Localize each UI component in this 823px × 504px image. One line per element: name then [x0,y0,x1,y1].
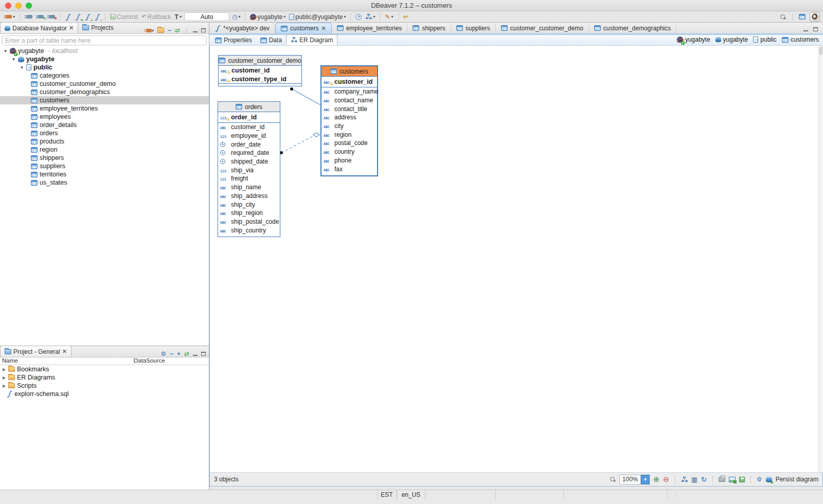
er-diagram-canvas[interactable]: customer_customer_demo customer_id custo… [209,46,823,472]
breadcrumb-connection[interactable]: yugabyte [677,36,710,43]
column-ship-address[interactable]: ship_address [218,192,280,201]
maximize-editor-button[interactable] [813,27,818,31]
entity-header[interactable]: customers [321,66,377,77]
relationship-line-solid[interactable] [292,89,320,105]
tab-customer-demographics[interactable]: customer_demographics [589,23,676,33]
column-required-date[interactable]: required_date [218,149,280,157]
tree-item-schema-public[interactable]: ▼public [0,63,209,71]
column-contact-title[interactable]: contact_title [321,104,377,113]
column-order-date[interactable]: order_date [218,140,280,149]
minimize-panel-button[interactable] [193,28,198,32]
tree-item-customer-demographics[interactable]: customer_demographics [0,88,209,96]
column-customer-id[interactable]: customer_id [219,66,301,75]
reconnect-button[interactable]: ⟲ [35,14,45,19]
column-city[interactable]: city [321,122,377,131]
tree-item-employee-territories[interactable]: employee_territories [0,104,209,113]
tree-item-suppliers[interactable]: suppliers [0,162,209,170]
sql-console-button[interactable]: ○ [93,13,101,21]
close-icon[interactable]: ✕ [321,26,326,31]
open-perspective-button[interactable] [798,13,807,20]
subtab-er-diagram[interactable]: ER Diagram [286,34,337,45]
column-shipped-date[interactable]: shipped_date [218,157,280,166]
column-company-name[interactable]: company_name [321,87,377,96]
dbeaver-logo-button[interactable] [810,12,820,22]
print-diagram-button[interactable] [719,477,725,482]
tab-database-navigator[interactable]: Database Navigator ✕ [0,22,78,33]
toggle-grid-button[interactable] [691,476,697,483]
transaction-log-button[interactable]: ▾ [231,13,242,21]
column-country[interactable]: country [321,148,377,156]
column-order-id[interactable]: order_id [218,112,280,123]
tree-item-us-states[interactable]: us_states [0,178,209,187]
project-item-bookmarks[interactable]: ▶Bookmarks [0,365,209,373]
tab-suppliers[interactable]: suppliers [451,23,496,33]
project-item-explorr-schema-sql[interactable]: explorr-schema.sql [0,390,209,398]
column-contact-name[interactable]: contact_name [321,96,377,105]
entity-header[interactable]: orders [218,102,280,112]
save-diagram-button[interactable] [739,477,745,482]
disconnect-button[interactable]: ✕ [46,14,56,19]
column-ship-name[interactable]: ship_name [218,183,280,192]
column-customer-type-id[interactable]: customer_type_id [219,75,301,83]
tree-item-orders[interactable]: orders [0,129,209,137]
maximize-panel-button[interactable] [201,352,206,356]
expand-button[interactable]: + [177,351,181,357]
refresh-diagram-button[interactable] [701,476,707,483]
tree-item-database-yugabyte[interactable]: ▼yugabyte [0,55,209,63]
tree-item-region[interactable]: region [0,146,209,154]
tab-yugabyte-dev[interactable]: *<yugabyte> dev [209,23,275,33]
minimize-panel-button[interactable] [193,352,198,356]
connect-button[interactable] [24,14,33,19]
commit-button[interactable]: Commit [109,13,139,21]
collapsed-arrow-icon[interactable]: ▶ [2,367,6,372]
minimize-window-button[interactable] [15,3,22,9]
compare-button[interactable]: ✎▾ [384,13,394,21]
tab-employee-territories[interactable]: employee_territories [332,23,408,33]
column-phone[interactable]: phone [321,156,377,165]
column-header-name[interactable]: Name [0,357,134,365]
view-menu-button[interactable]: ⋮ [184,28,189,33]
tree-item-customers[interactable]: customers [0,96,209,104]
breadcrumb-database[interactable]: yugabyte [715,36,748,43]
entity-header[interactable]: customer_customer_demo [219,56,301,66]
column-region[interactable]: region [321,130,377,139]
entity-customer-customer-demo[interactable]: customer_customer_demo customer_id custo… [218,55,302,86]
tab-shippers[interactable]: shippers [407,23,451,33]
collapse-button[interactable]: − [170,351,173,357]
connection-selector[interactable]: yugabyte▾ [249,13,287,21]
tree-item-order-details[interactable]: order_details [0,121,209,129]
column-header-datasource[interactable]: DataSource [134,357,165,365]
project-item-scripts[interactable]: ▶Scripts [0,382,209,390]
expand-arrow-icon[interactable]: ▼ [3,49,8,53]
link-with-editor-button[interactable]: ⇄ [175,27,180,33]
tree-item-products[interactable]: products [0,137,209,146]
collapsed-arrow-icon[interactable]: ▶ [2,384,6,388]
zoom-window-button[interactable] [26,3,32,9]
column-address[interactable]: address [321,113,377,122]
table-filter-input[interactable] [5,37,204,44]
breadcrumb-table[interactable]: customers [782,36,819,43]
zoom-out-button[interactable] [663,476,669,483]
tab-customer-customer-demo[interactable]: customer_customer_demo [496,23,589,33]
collapsed-arrow-icon[interactable]: ▶ [2,375,6,380]
diagram-settings-button[interactable] [757,476,762,482]
zoom-combo[interactable]: 100% ▼ [619,475,650,484]
sql-editor-button[interactable] [64,13,72,21]
export-image-button[interactable] [729,477,736,482]
column-customer-id[interactable]: customer_id [218,123,280,132]
search-diagram-button[interactable] [610,476,616,482]
schema-selector[interactable]: public@yugabyte▾ [288,13,347,21]
relationship-line-dashed[interactable] [281,136,314,153]
diagram-button[interactable]: ▾ [364,13,376,20]
entity-orders[interactable]: orders order_id customer_id employee_id … [218,101,280,237]
tab-projects[interactable]: Projects [78,22,117,33]
persist-diagram-label[interactable]: Persist diagram [776,476,818,483]
column-freight[interactable]: freight [218,174,280,183]
subtab-properties[interactable]: Properties [211,35,256,45]
back-button[interactable]: ↩ [402,12,410,21]
column-postal-code[interactable]: postal_code [321,139,377,148]
column-ship-city[interactable]: ship_city [218,200,280,209]
tree-item-connection-yugabyte[interactable]: ▼yugabyte- localhost [0,47,209,55]
new-folder-button[interactable] [157,28,164,33]
entity-customers[interactable]: customers customer_id company_name conta… [320,65,378,176]
